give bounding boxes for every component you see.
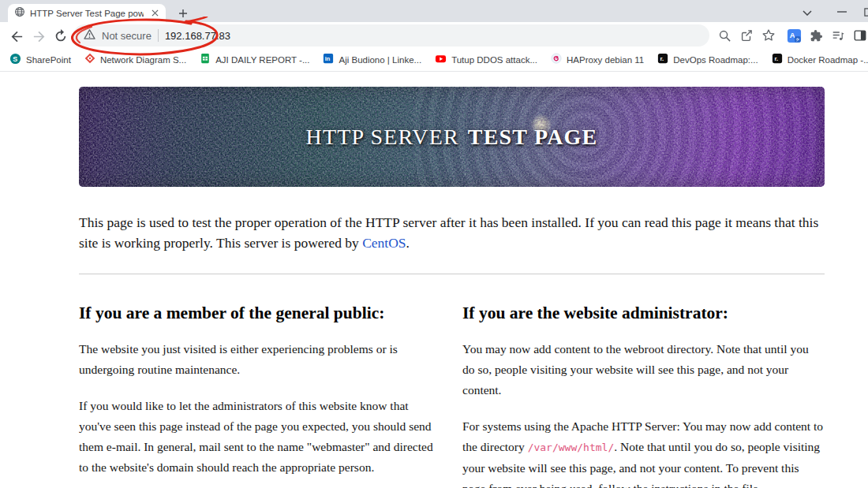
svg-text:A: A [789,31,795,39]
bookmark-linkedin[interactable]: in Aji Budiono | Linke... [323,53,421,67]
tab-strip: HTTP Server Test Page powered [0,0,868,22]
webroot-path-code: /var/www/html/ [528,441,615,453]
sharepoint-favicon-icon: S [9,53,21,68]
intro-suffix: . [406,235,410,251]
url-text[interactable]: 192.168.77.83 [165,30,230,42]
svg-text:S: S [13,54,17,62]
banner-image: HTTP SERVER TEST PAGE [79,87,825,187]
diagram-favicon-icon [84,53,95,67]
tab-close-icon[interactable] [148,7,161,20]
bookmark-youtube[interactable]: Tutup DDOS attack... [435,53,537,68]
administrator-heading: If you are the website administrator: [462,304,824,323]
bookmark-devops-roadmap[interactable]: r. DevOps Roadmap:... [657,53,758,67]
bookmark-star-icon[interactable] [759,26,778,45]
roadmap-favicon-icon: r. [657,53,668,67]
bookmark-sharepoint[interactable]: S SharePoint [9,53,71,68]
new-tab-button[interactable] [175,6,191,21]
back-button[interactable] [6,26,27,47]
banner-title-left: HTTP SERVER [306,125,459,150]
address-bar[interactable]: Not secure 192.168.77.83 [73,24,709,47]
general-public-heading: If you are a member of the general publi… [79,304,440,323]
search-icon[interactable] [715,26,734,45]
page-content: HTTP SERVER TEST PAGE This page is used … [0,72,868,488]
administrator-p2: For systems using the Apache HTTP Server… [462,416,824,488]
intro-paragraph: This page is used to test the proper ope… [79,213,822,253]
svg-text:r.: r. [660,55,664,62]
share-icon[interactable] [737,26,756,45]
divider-rule [79,274,825,274]
bookmark-network-diagram[interactable]: Network Diagram S... [84,53,186,67]
not-secure-label: Not secure [102,30,152,42]
toolbar: Not secure 192.168.77.83 A [0,22,868,49]
banner-title: HTTP SERVER TEST PAGE [79,87,825,187]
globe-favicon-icon [14,6,25,20]
general-public-p1: The website you just visited is either e… [79,339,440,380]
debian-favicon-icon [551,53,562,67]
general-public-p2: If you would like to let the administrat… [79,396,440,478]
bookmark-aji-daily-report[interactable]: AJI DAILY REPORT -... [200,53,309,67]
linkedin-favicon-icon: in [323,53,334,67]
minimize-button[interactable] [832,4,851,20]
roadmap-favicon-icon: r. [772,53,783,67]
two-column-section: If you are a member of the general publi… [79,286,825,488]
omnibox-divider [158,29,159,42]
svg-text:in: in [325,55,331,62]
extensions-puzzle-icon[interactable] [806,26,825,45]
administrator-p1: You may now add content to the webroot d… [462,339,824,400]
browser-tab[interactable]: HTTP Server Test Page powered [8,4,166,22]
intro-text: This page is used to test the proper ope… [79,214,818,251]
sheets-favicon-icon [200,53,211,67]
bookmarks-bar: S SharePoint Network Diagram S... AJI DA… [0,49,868,72]
centos-link[interactable]: CentOS [362,235,406,251]
svg-text:r.: r. [774,55,778,62]
bookmark-haproxy-debian[interactable]: HAProxy debian 11 [551,53,644,67]
not-secure-warning-icon[interactable] [84,28,95,43]
browser-window: HTTP Server Test Page powered [0,0,868,488]
banner-title-right: TEST PAGE [468,125,598,150]
google-translate-icon[interactable]: A [784,26,803,45]
side-panel-icon[interactable] [851,26,868,45]
playlist-extension-icon[interactable] [829,26,847,45]
reload-button[interactable] [51,26,71,47]
forward-button[interactable] [28,26,49,47]
general-public-column: If you are a member of the general publi… [79,286,440,488]
administrator-column: If you are the website administrator: Yo… [462,286,824,488]
tab-search-chevron-icon[interactable] [799,6,815,20]
bookmark-docker-roadmap[interactable]: r. Docker Roadmap -... [772,53,868,67]
maximize-button[interactable] [860,4,868,20]
youtube-favicon-icon [435,53,447,68]
tab-title: HTTP Server Test Page powered [30,9,144,18]
